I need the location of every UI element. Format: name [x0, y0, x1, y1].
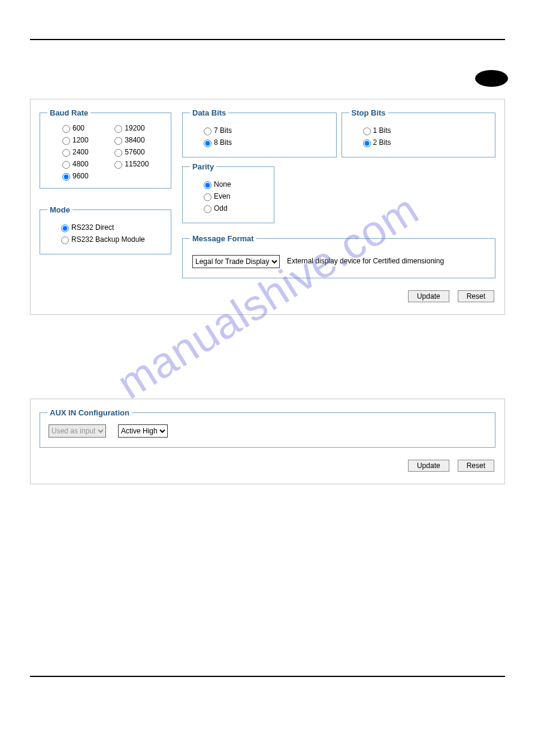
databits-label: 7 Bits — [214, 126, 232, 135]
serial-config-panel: Baud Rate 600192001200384002400576004800… — [30, 99, 505, 315]
databits-label: 8 Bits — [214, 138, 232, 147]
baud-label: 2400 — [72, 148, 89, 156]
aux-config-panel: AUX IN Configuration Used as input Activ… — [30, 399, 505, 484]
aux-mode-select: Used as input — [49, 424, 106, 438]
reset-button[interactable]: Reset — [458, 290, 494, 302]
baud-option: 19200 — [111, 123, 164, 133]
message-format-legend: Message Format — [190, 234, 256, 243]
stopbits-radio[interactable] — [363, 127, 371, 135]
baud-option: 1200 — [59, 135, 103, 145]
aux-in-fieldset: AUX IN Configuration Used as input Activ… — [40, 408, 495, 448]
parity-radio[interactable] — [204, 193, 211, 201]
baud-label: 600 — [72, 124, 84, 132]
aux-button-row: Update Reset — [40, 460, 495, 472]
mode-label: RS232 Backup Module — [71, 235, 145, 244]
stopbits-options: 1 Bits2 Bits — [349, 126, 488, 147]
baud-radio[interactable] — [114, 137, 122, 145]
mode-label: RS232 Direct — [71, 223, 114, 232]
baud-label: 115200 — [125, 160, 149, 168]
baud-radio[interactable] — [62, 137, 70, 145]
databits-option: 7 Bits — [201, 126, 329, 135]
parity-label: Odd — [214, 204, 228, 212]
stopbits-legend: Stop Bits — [349, 108, 388, 117]
baud-radio[interactable] — [114, 161, 122, 169]
parity-legend: Parity — [190, 162, 216, 171]
databits-options: 7 Bits8 Bits — [190, 126, 329, 147]
baud-radio[interactable] — [62, 125, 70, 133]
baud-radio[interactable] — [62, 173, 70, 181]
baud-label: 19200 — [125, 124, 144, 132]
databits-fieldset: Data Bits 7 Bits8 Bits — [182, 108, 337, 157]
parity-radio[interactable] — [204, 181, 211, 189]
parity-label: Even — [214, 192, 230, 201]
mode-option: RS232 Direct — [58, 223, 164, 232]
baud-option: 2400 — [59, 147, 103, 157]
message-format-fieldset: Message Format Legal for Trade Display E… — [182, 234, 495, 278]
baud-option: 9600 — [59, 171, 103, 181]
aux-in-legend: AUX IN Configuration — [47, 408, 132, 417]
stopbits-option: 1 Bits — [360, 126, 488, 135]
serial-button-row: Update Reset — [40, 290, 495, 302]
stopbits-label: 2 Bits — [373, 138, 391, 147]
baud-option: 115200 — [111, 159, 164, 169]
baud-rate-fieldset: Baud Rate 600192001200384002400576004800… — [40, 108, 171, 189]
message-format-select[interactable]: Legal for Trade Display — [192, 255, 280, 268]
mode-radio[interactable] — [61, 224, 69, 232]
baud-label: 57600 — [125, 148, 144, 156]
baud-radio[interactable] — [62, 149, 70, 157]
message-format-desc: External display device for Certified di… — [287, 257, 485, 266]
update-button[interactable]: Update — [408, 290, 449, 302]
update-button[interactable]: Update — [408, 460, 449, 472]
mode-radio[interactable] — [61, 236, 69, 244]
mode-fieldset: Mode RS232 DirectRS232 Backup Module — [40, 205, 171, 254]
reset-button[interactable]: Reset — [458, 460, 494, 472]
parity-option: Even — [201, 192, 267, 201]
parity-radio[interactable] — [204, 205, 211, 213]
baud-label: 38400 — [125, 136, 144, 144]
parity-fieldset: Parity NoneEvenOdd — [182, 162, 274, 223]
parity-options: NoneEvenOdd — [190, 180, 267, 213]
baud-label: 1200 — [72, 136, 89, 144]
baud-rate-grid: 6001920012003840024005760048001152009600 — [47, 123, 164, 181]
databits-radio[interactable] — [204, 139, 211, 147]
databits-legend: Data Bits — [190, 108, 228, 117]
page-header — [0, 39, 535, 81]
mode-legend: Mode — [47, 205, 72, 214]
databits-option: 8 Bits — [201, 138, 329, 147]
baud-label: 9600 — [72, 172, 89, 180]
baud-label: 4800 — [72, 160, 89, 168]
stopbits-option: 2 Bits — [360, 138, 488, 147]
mode-options: RS232 DirectRS232 Backup Module — [47, 223, 164, 244]
stopbits-fieldset: Stop Bits 1 Bits2 Bits — [341, 108, 496, 157]
stopbits-radio[interactable] — [363, 139, 371, 147]
baud-radio[interactable] — [114, 149, 122, 157]
header-rule — [30, 39, 505, 40]
parity-label: None — [214, 180, 231, 189]
stopbits-label: 1 Bits — [373, 126, 391, 135]
baud-radio[interactable] — [114, 125, 122, 133]
footer-rule — [30, 676, 505, 677]
baud-rate-legend: Baud Rate — [47, 108, 90, 117]
content-wrapper: Baud Rate 600192001200384002400576004800… — [0, 99, 535, 484]
baud-option: 57600 — [111, 147, 164, 157]
baud-option: 38400 — [111, 135, 164, 145]
baud-option: 600 — [59, 123, 103, 133]
parity-option: None — [201, 180, 267, 189]
parity-option: Odd — [201, 204, 267, 213]
mode-option: RS232 Backup Module — [58, 235, 164, 244]
databits-radio[interactable] — [204, 127, 211, 135]
page-corner-blob — [475, 70, 508, 87]
aux-active-select[interactable]: Active High — [118, 424, 168, 438]
baud-radio[interactable] — [62, 161, 70, 169]
baud-option: 4800 — [59, 159, 103, 169]
